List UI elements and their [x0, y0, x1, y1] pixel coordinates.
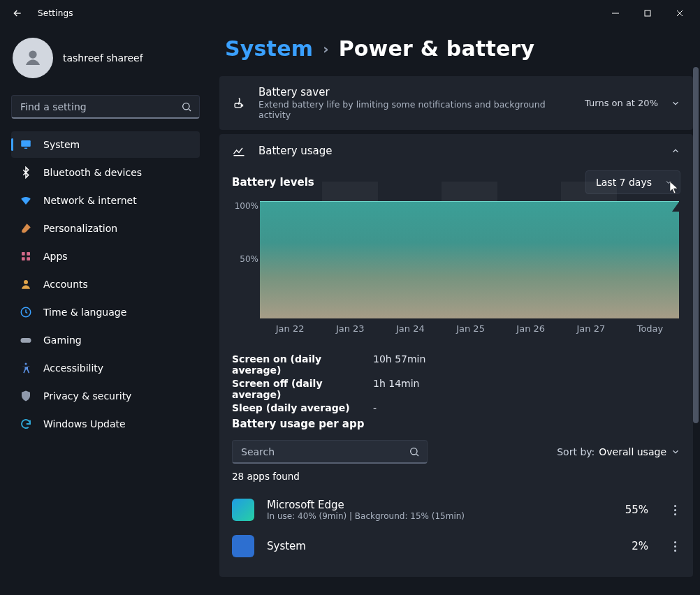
- svg-rect-13: [235, 103, 241, 108]
- sidebar: tashreef shareef SystemBluetooth & devic…: [0, 27, 210, 595]
- sidebar-item-label: Accessibility: [43, 362, 103, 374]
- brush-icon: [20, 222, 32, 235]
- settings-search-input[interactable]: [19, 101, 181, 113]
- sidebar-item-a11y[interactable]: Accessibility: [11, 355, 200, 381]
- svg-rect-6: [27, 252, 30, 256]
- sidebar-item-wu[interactable]: Windows Update: [11, 411, 200, 437]
- average-row: Screen off (daily average)1h 14min: [232, 378, 680, 400]
- battery-saver-title: Battery saver: [258, 86, 572, 98]
- sidebar-item-system[interactable]: System: [11, 131, 200, 158]
- sidebar-item-label: Gaming: [43, 335, 82, 346]
- sidebar-item-acct[interactable]: Accounts: [11, 271, 200, 298]
- average-value: 1h 14min: [373, 378, 419, 400]
- perapp-title: Battery usage per app: [232, 418, 680, 430]
- perapp-search[interactable]: [232, 440, 428, 464]
- svg-rect-3: [21, 140, 31, 147]
- x-tick: Jan 26: [516, 323, 545, 334]
- scrollbar[interactable]: [693, 32, 699, 589]
- chevron-down-icon: [671, 98, 680, 108]
- sidebar-item-pers[interactable]: Personalization: [11, 215, 200, 242]
- svg-point-2: [183, 103, 189, 109]
- main: System › Power & battery Battery saver E…: [210, 27, 700, 595]
- chart-x-labels: Jan 22Jan 23Jan 24Jan 25Jan 26Jan 27Toda…: [260, 323, 679, 334]
- app-percent: 55%: [625, 504, 648, 516]
- accessibility-icon: [20, 362, 32, 374]
- apps-icon: [20, 250, 32, 263]
- chart-area: [260, 201, 679, 318]
- sidebar-item-bt[interactable]: Bluetooth & devices: [11, 159, 200, 186]
- app-logo: [232, 535, 254, 557]
- breadcrumb-current: Power & battery: [339, 36, 535, 61]
- x-tick: Today: [637, 323, 664, 334]
- perapp-sort-value: Overall usage: [599, 446, 666, 457]
- window-title: Settings: [38, 8, 73, 18]
- battery-usage-icon: [232, 144, 246, 158]
- app-row[interactable]: Microsoft EdgeIn use: 40% (9min) | Backg…: [232, 492, 680, 528]
- chevron-right-icon: ›: [323, 42, 328, 56]
- search-icon: [409, 446, 420, 457]
- svg-rect-8: [27, 257, 30, 260]
- y-tick-50: 50%: [233, 254, 258, 264]
- avatar: [13, 38, 53, 78]
- average-row: Sleep (daily average)-: [232, 402, 680, 413]
- more-icon[interactable]: [669, 541, 680, 552]
- x-tick: Jan 24: [396, 323, 425, 334]
- gamepad-icon: [20, 334, 32, 346]
- sidebar-item-apps[interactable]: Apps: [11, 243, 200, 270]
- battery-usage-header[interactable]: Battery usage: [232, 144, 680, 158]
- app-name: Microsoft Edge: [267, 499, 613, 511]
- average-key: Screen on (daily average): [232, 353, 356, 376]
- perapp-sort-dropdown[interactable]: Sort by: Overall usage: [557, 446, 680, 457]
- average-key: Screen off (daily average): [232, 378, 356, 400]
- battery-usage-panel: Battery usage Battery levels Last 7 days…: [219, 134, 693, 577]
- app-name: System: [267, 540, 619, 552]
- minimize-button[interactable]: [599, 3, 632, 24]
- sidebar-item-label: Accounts: [43, 279, 88, 290]
- sidebar-item-label: Bluetooth & devices: [43, 167, 142, 178]
- battery-saver-status: Turns on at 20%: [585, 98, 658, 108]
- breadcrumb: System › Power & battery: [219, 27, 693, 76]
- svg-rect-5: [22, 252, 25, 256]
- maximize-button[interactable]: [632, 3, 664, 24]
- display-icon: [20, 138, 32, 151]
- close-button[interactable]: [664, 3, 696, 24]
- svg-rect-11: [21, 338, 31, 343]
- back-button[interactable]: [10, 6, 25, 21]
- x-tick: Jan 25: [456, 323, 485, 334]
- chevron-up-icon: [671, 146, 680, 156]
- app-meta: In use: 40% (9min) | Background: 15% (15…: [267, 511, 613, 521]
- person-icon: [20, 278, 32, 291]
- more-icon[interactable]: [669, 505, 680, 515]
- sidebar-item-label: Personalization: [43, 223, 117, 234]
- svg-rect-7: [22, 257, 25, 260]
- perapp-sort-label: Sort by:: [557, 446, 595, 457]
- sidebar-item-label: Privacy & security: [43, 390, 131, 402]
- sidebar-item-label: Windows Update: [43, 418, 126, 429]
- app-row[interactable]: System 2%: [232, 528, 680, 564]
- shield-icon: [20, 390, 32, 402]
- svg-point-12: [25, 363, 27, 365]
- app-logo: [232, 499, 254, 521]
- settings-search[interactable]: [11, 95, 200, 119]
- chevron-down-icon: [671, 447, 680, 457]
- sidebar-item-net[interactable]: Network & internet: [11, 187, 200, 214]
- svg-rect-4: [24, 148, 28, 149]
- battery-levels-chart: 100% 50% Jan 22Jan 23Jan 24Jan 25Jan 26J…: [233, 201, 679, 334]
- scrollbar-thumb[interactable]: [693, 67, 699, 423]
- battery-saver-panel[interactable]: Battery saver Extend battery life by lim…: [219, 76, 693, 130]
- clock-icon: [20, 306, 32, 318]
- breadcrumb-root[interactable]: System: [225, 36, 313, 61]
- battery-saver-icon: [232, 96, 246, 110]
- sidebar-item-time[interactable]: Time & language: [11, 299, 200, 325]
- battery-saver-subtitle: Extend battery life by limiting some not…: [258, 99, 572, 120]
- perapp-count: 28 apps found: [232, 471, 680, 482]
- user-block[interactable]: tashreef shareef: [11, 32, 200, 91]
- x-tick: Jan 22: [276, 323, 305, 334]
- perapp-search-input[interactable]: [240, 446, 409, 458]
- sidebar-item-label: Network & internet: [43, 195, 137, 206]
- sidebar-item-game[interactable]: Gaming: [11, 327, 200, 353]
- user-name: tashreef shareef: [63, 52, 143, 64]
- sidebar-item-priv[interactable]: Privacy & security: [11, 383, 200, 409]
- svg-point-14: [411, 448, 417, 454]
- battery-usage-title: Battery usage: [258, 145, 658, 157]
